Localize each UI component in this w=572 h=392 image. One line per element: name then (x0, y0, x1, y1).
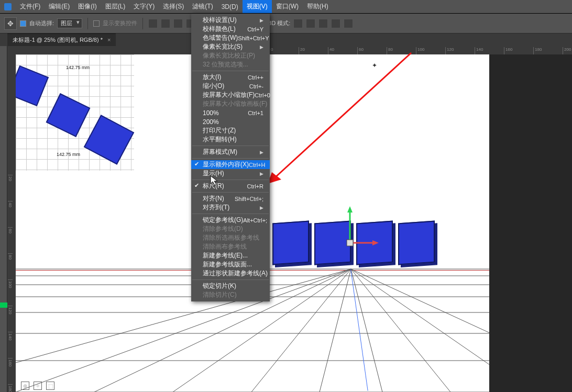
mode3d-icon-5[interactable] (344, 19, 353, 28)
cursor-icon (210, 175, 219, 188)
svg-marker-19 (347, 206, 353, 212)
canvas-viewport[interactable]: ✦ (16, 54, 572, 392)
menu-entry[interactable]: 放大(I)Ctrl++ (191, 73, 270, 82)
ruler-horizontal[interactable]: 020406080100120140160180200 (7, 46, 572, 54)
mode3d-icon-3[interactable] (318, 19, 328, 28)
menu-entry[interactable]: 校样设置(U)▶ (191, 16, 270, 25)
status-icon-2[interactable]: ✧ (34, 382, 42, 390)
text3d-block[interactable] (398, 221, 435, 265)
workspace: 020406080100120140160180200 204060801001… (0, 46, 572, 392)
auto-select-label: 自动选择: (29, 19, 54, 27)
menu-entry[interactable]: 按屏幕大小缩放(F)Ctrl+0 (191, 91, 270, 99)
menu-entry[interactable]: 通过形状新建参考线(A) (191, 269, 270, 278)
menu-item[interactable]: 文字(Y) (129, 0, 159, 13)
mode3d-label: 3D 模式: (268, 19, 290, 27)
app-menubar: 文件(F)编辑(E)图像(I)图层(L)文字(Y)选择(S)滤镜(T)3D(D)… (0, 0, 572, 14)
color-swatch[interactable] (0, 303, 7, 308)
menu-separator (192, 71, 269, 71)
menu-entry: 清除画布参考线 (191, 242, 270, 251)
menu-separator (192, 192, 269, 193)
status-icon-3[interactable]: ⬚ (46, 382, 54, 390)
menu-separator (192, 214, 269, 214)
text3d-block[interactable] (272, 221, 309, 265)
status-icon-1[interactable]: ⊕ (21, 382, 29, 390)
menu-item[interactable]: 图层(L) (101, 0, 130, 13)
preview-dim-bottom: 142.75 mm (57, 152, 80, 157)
align-icon-2[interactable] (161, 19, 170, 28)
mode3d-icon-1[interactable] (293, 19, 303, 28)
menu-entry[interactable]: 对齐到(T)▶ (191, 203, 270, 212)
auto-select-checkbox[interactable] (20, 20, 26, 27)
menu-entry[interactable]: 校样颜色(L)Ctrl+Y (191, 25, 270, 33)
move-tool-icon[interactable]: ✥ (4, 17, 17, 30)
menu-entry[interactable]: 100%Ctrl+1 (191, 108, 270, 117)
menu-entry: 32 位预览选项... (191, 60, 270, 69)
menu-entry[interactable]: ✔显示额外内容(X)Ctrl+H (191, 160, 270, 169)
options-bar: ✥ 自动选择: 图层 显示变换控件 3D 模式: (0, 14, 572, 33)
menu-entry: 像素长宽比校正(P) (191, 51, 270, 60)
menu-item[interactable]: 选择(S) (159, 0, 188, 13)
view-menu-dropdown[interactable]: 校样设置(U)▶校样颜色(L)Ctrl+Y色域警告(W)Shift+Ctrl+Y… (191, 14, 270, 301)
menu-entry[interactable]: 新建参考线版面... (191, 260, 270, 269)
preview-dim-top: 142.75 mm (66, 65, 90, 70)
menu-entry[interactable]: 像素长宽比(S)▶ (191, 42, 270, 51)
menu-separator (192, 145, 269, 146)
svg-rect-22 (347, 240, 353, 246)
document-tab-title: 未标题-1 @ 25% (图司机, RGB/8) * (13, 37, 103, 43)
mode3d-icon-2[interactable] (306, 19, 315, 28)
menu-entry[interactable]: 色域警告(W)Shift+Ctrl+Y (191, 33, 270, 42)
menu-entry[interactable]: ✔标尺(R)Ctrl+R (191, 182, 270, 191)
align-icon-3[interactable] (173, 19, 183, 28)
align-icon-1[interactable] (148, 19, 158, 28)
menu-item[interactable]: 帮助(H) (303, 0, 333, 13)
app-icon (4, 3, 12, 10)
menu-entry[interactable]: 显示(H)▶ (191, 169, 270, 178)
document-tabs: 未标题-1 @ 25% (图司机, RGB/8) * × (0, 33, 572, 46)
transform-controls-checkbox[interactable] (93, 20, 100, 27)
menu-entry[interactable]: 新建参考线(E)... (191, 251, 270, 260)
menu-separator (192, 279, 269, 280)
menu-entry: 清除切片(C) (191, 290, 270, 299)
menu-entry[interactable]: 打印尺寸(Z) (191, 126, 270, 135)
menu-item[interactable]: 视图(V) (243, 0, 272, 13)
svg-marker-21 (372, 240, 379, 245)
mode3d-icon-4[interactable] (331, 19, 340, 28)
menu-entry[interactable]: 200% (191, 117, 270, 126)
svg-line-15 (351, 269, 450, 392)
menu-separator (192, 158, 269, 159)
menu-item[interactable]: 文件(F) (16, 0, 45, 13)
menu-item[interactable]: 滤镜(T) (188, 0, 217, 13)
auto-select-dropdown[interactable]: 图层 (57, 18, 82, 28)
menu-item[interactable]: 窗口(W) (272, 0, 303, 13)
svg-line-9 (16, 269, 351, 392)
menu-entry: 清除参考线(D) (191, 225, 270, 233)
svg-line-16 (351, 269, 489, 392)
menu-item[interactable]: 编辑(E) (45, 0, 74, 13)
menu-entry: 按屏幕大小缩放画板(F) (191, 99, 270, 108)
menu-entry[interactable]: 缩小(O)Ctrl+- (191, 82, 270, 91)
menu-separator (192, 180, 269, 180)
transform-controls-label: 显示变换控件 (103, 19, 137, 27)
document-tab[interactable]: 未标题-1 @ 25% (图司机, RGB/8) * × (7, 33, 116, 46)
menu-entry[interactable]: 锁定切片(K) (191, 282, 270, 290)
ruler-vertical[interactable]: 20406080100120140160180200220240260 (7, 54, 16, 392)
menu-entry[interactable]: 锁定参考线(G)Alt+Ctrl+; (191, 216, 270, 225)
close-tab-icon[interactable]: × (107, 37, 111, 43)
menu-entry[interactable]: 对齐(N)Shift+Ctrl+; (191, 194, 270, 203)
menu-entry: 清除所选画板参考线 (191, 233, 270, 242)
menu-item[interactable]: 3D(D) (217, 0, 243, 13)
preview-panel[interactable]: 142.75 mm 142.75 mm (16, 54, 134, 171)
menu-entry[interactable]: 屏幕模式(M)▶ (191, 148, 270, 156)
target-marker-icon: ✦ (372, 62, 377, 69)
svg-line-17 (351, 269, 489, 392)
menu-item[interactable]: 图像(I) (74, 0, 101, 13)
toolbar-left (0, 46, 7, 392)
menu-entry[interactable]: 水平翻转(H) (191, 135, 270, 144)
status-icons: ⊕ ✧ ⬚ (21, 382, 54, 390)
